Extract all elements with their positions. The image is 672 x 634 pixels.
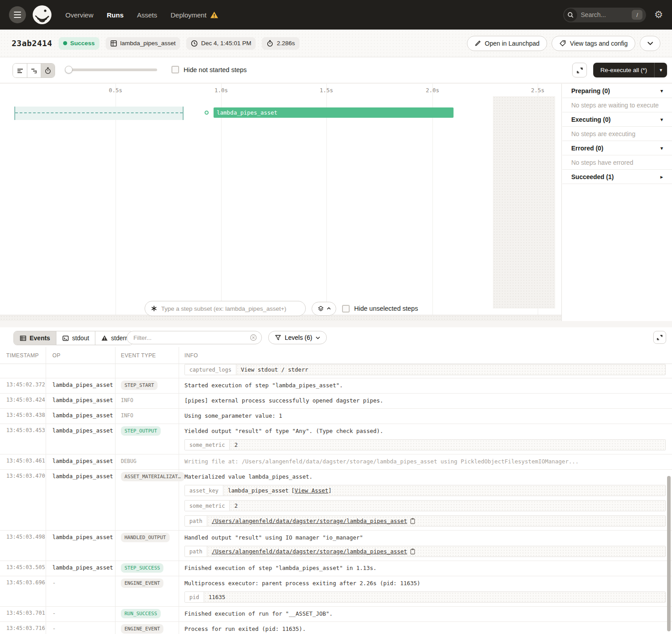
- open-in-launchpad-button[interactable]: Open in Launchpad: [467, 36, 547, 51]
- status-badge[interactable]: Success: [59, 37, 99, 50]
- dagster-logo-icon[interactable]: [32, 5, 52, 25]
- gridline: [432, 84, 433, 321]
- nav-item-deployment[interactable]: Deployment: [171, 11, 218, 19]
- axis-tick: 1.0s: [214, 87, 228, 94]
- step-subset-input[interactable]: [161, 305, 300, 312]
- status-dot-icon: [63, 41, 67, 45]
- step-subset-control[interactable]: [145, 301, 306, 316]
- hide-not-started-checkbox[interactable]: [171, 66, 179, 73]
- levels-dropdown-button[interactable]: Levels (6): [268, 331, 327, 344]
- nav-right: / ⚙: [563, 8, 663, 22]
- events-fullscreen-button[interactable]: [653, 331, 666, 344]
- terminal-icon: [62, 335, 69, 342]
- events-vertical-scrollbar[interactable]: [667, 476, 671, 631]
- log-row: 13:45:03.701 - RUN_SUCCESS Finished exec…: [0, 607, 672, 622]
- gridline: [326, 84, 327, 321]
- global-search[interactable]: /: [563, 8, 646, 22]
- column-header-op: OP: [46, 347, 116, 364]
- hide-unselected-checkbox[interactable]: [342, 305, 350, 313]
- chevron-down-icon: [647, 42, 653, 45]
- reexecute-caret-button[interactable]: ▾: [654, 63, 667, 77]
- gantt-panel: 0.5s 1.0s 1.5s 2.0s 2.5s lambda_pipes_as…: [0, 84, 672, 321]
- log-row: 13:45:03.505 lambda_pipes_asset STEP_SUC…: [0, 561, 672, 576]
- step-status-sidebar: Preparing (0) ▾ No steps are waiting to …: [562, 84, 672, 321]
- grid-icon: [110, 40, 117, 47]
- view-mode-waterfall-button[interactable]: [27, 64, 41, 77]
- zoom-slider-handle[interactable]: [65, 66, 73, 73]
- gear-icon[interactable]: ⚙: [654, 10, 663, 20]
- log-row: 13:45:03.716 - ENGINE_EVENT Process for …: [0, 622, 672, 634]
- clear-filter-icon[interactable]: [250, 334, 257, 341]
- hide-not-started-label: Hide not started steps: [184, 66, 247, 73]
- run-actions-chevron-button[interactable]: [640, 36, 660, 51]
- events-panel: Events stdout stderr: [0, 327, 672, 634]
- job-badge[interactable]: lambda_pipes_asset: [106, 37, 180, 50]
- clock-icon: [191, 40, 198, 47]
- reexecute-split-button: Re-execute all (*) ▾: [593, 63, 667, 77]
- copy-icon[interactable]: [410, 548, 415, 555]
- view-tags-config-button[interactable]: View tags and config: [552, 36, 635, 51]
- hamburger-menu-button[interactable]: [9, 6, 26, 23]
- pencil-icon: [475, 40, 481, 47]
- event-tag: captured_logs View stdout / stderr: [184, 364, 666, 375]
- search-input[interactable]: [577, 11, 632, 18]
- hide-unselected-label: Hide unselected steps: [354, 305, 418, 312]
- search-icon: [564, 9, 577, 21]
- gantt-view-mode-toggle: [13, 63, 55, 78]
- column-header-info: INFO: [179, 347, 672, 364]
- event-type-badge: ASSET_MATERIALIZAT…: [121, 472, 184, 481]
- axis-tick: 2.0s: [426, 87, 439, 94]
- nav-item-overview[interactable]: Overview: [65, 11, 94, 19]
- sidebar-caption: No steps have errored: [562, 155, 672, 170]
- copy-icon[interactable]: [410, 518, 415, 524]
- gantt-step-bar[interactable]: lambda_pipes_asset: [214, 107, 454, 118]
- warning-icon: [210, 11, 218, 19]
- gantt-step-marker-icon: [205, 111, 209, 115]
- caret-down-icon: ▾: [660, 88, 663, 94]
- event-type-badge: ENGINE_EVENT: [121, 624, 163, 634]
- graph-query-toggle-button[interactable]: [312, 302, 336, 316]
- log-filter-control[interactable]: [127, 331, 262, 344]
- log-row: 13:45:03.696 - ENGINE_EVENT Multiprocess…: [0, 576, 672, 607]
- log-view-tabs: Events stdout stderr: [13, 331, 133, 345]
- nav-item-runs[interactable]: Runs: [107, 11, 124, 19]
- event-log-table: TIMESTAMP OP EVENT TYPE INFO captured_lo…: [0, 347, 672, 634]
- view-mode-timed-button[interactable]: [41, 64, 55, 77]
- path-link[interactable]: /Users/alangenfeld/data/dagster/storage/…: [212, 518, 407, 524]
- gantt-bottom-controls: Hide unselected steps: [145, 301, 418, 316]
- log-row: 13:45:03.461 lambda_pipes_asset DEBUG Wr…: [0, 454, 672, 470]
- stopwatch-icon: [266, 40, 274, 47]
- tag-icon: [559, 40, 566, 47]
- nav-links: Overview Runs Assets Deployment: [65, 11, 218, 19]
- tab-stdout[interactable]: stdout: [56, 331, 95, 345]
- path-link[interactable]: /Users/alangenfeld/data/dagster/storage/…: [212, 548, 407, 555]
- event-tag: some_metric 2: [184, 439, 666, 450]
- view-stdout-stderr-link[interactable]: View stdout / stderr: [241, 366, 308, 373]
- event-type-badge: STEP_SUCCESS: [121, 563, 163, 573]
- view-asset-link[interactable]: View Asset: [295, 487, 328, 494]
- event-tag: some_metric 2: [184, 500, 666, 511]
- sidebar-caption: No steps are waiting to execute: [562, 98, 672, 112]
- sidebar-section-succeeded[interactable]: Succeeded (1) ▸: [562, 170, 672, 184]
- caret-right-icon: ▸: [660, 174, 663, 180]
- zoom-slider[interactable]: [65, 69, 157, 71]
- run-header: 23ab2414 Success lambda_pipes_asset Dec …: [0, 30, 672, 57]
- nav-item-assets[interactable]: Assets: [137, 11, 157, 19]
- log-filter-input[interactable]: [133, 334, 246, 341]
- gantt-fullscreen-button[interactable]: [572, 63, 587, 77]
- hide-not-started-control: Hide not started steps: [171, 66, 247, 73]
- table-icon: [20, 335, 26, 342]
- sidebar-section-errored[interactable]: Errored (0) ▾: [562, 141, 672, 155]
- sidebar-section-preparing[interactable]: Preparing (0) ▾: [562, 84, 672, 98]
- reexecute-all-button[interactable]: Re-execute all (*): [593, 63, 654, 77]
- sidebar-section-executing[interactable]: Executing (0) ▾: [562, 112, 672, 127]
- log-row: 13:45:03.453 lambda_pipes_asset STEP_OUT…: [0, 424, 672, 454]
- run-id: 23ab2414: [12, 39, 52, 48]
- tab-events[interactable]: Events: [14, 331, 56, 345]
- event-tag: pid 11635: [184, 591, 666, 603]
- view-mode-flat-button[interactable]: [13, 64, 27, 77]
- event-type-badge: HANDLED_OUTPUT: [121, 533, 170, 542]
- sidebar-caption: No steps are executing: [562, 127, 672, 141]
- event-log-header: TIMESTAMP OP EVENT TYPE INFO: [0, 347, 672, 364]
- gridline: [221, 84, 222, 321]
